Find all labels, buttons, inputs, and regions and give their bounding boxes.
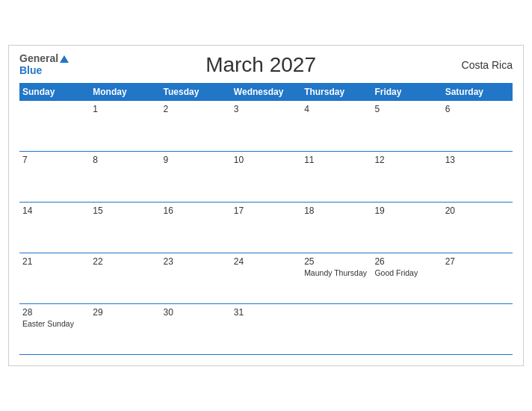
header-friday: Friday — [371, 83, 442, 101]
calendar-week-row: 78910111213 — [19, 152, 513, 203]
calendar-week-row: 2122232425Maundy Thursday26Good Friday27 — [19, 253, 513, 304]
day-number: 15 — [93, 206, 157, 216]
calendar-cell: 13 — [442, 152, 513, 203]
calendar-cell: 2 — [161, 101, 231, 152]
calendar-week-row: 28Easter Sunday293031 — [19, 304, 513, 355]
day-number: 4 — [304, 104, 368, 114]
calendar-cell: 25Maundy Thursday — [301, 253, 371, 304]
holiday-label: Good Friday — [374, 268, 439, 279]
day-number: 14 — [22, 206, 87, 216]
calendar-cell: 11 — [301, 152, 371, 203]
day-number: 5 — [374, 104, 439, 114]
day-number: 27 — [445, 256, 510, 267]
calendar-cell: 26Good Friday — [371, 253, 442, 304]
calendar-container: General Blue March 2027 Costa Rica Sunda… — [8, 45, 524, 367]
day-number: 6 — [445, 104, 510, 114]
calendar-cell: 22 — [90, 253, 160, 304]
day-number: 22 — [93, 256, 157, 267]
day-number: 26 — [374, 256, 439, 267]
calendar-country: Costa Rica — [453, 59, 513, 71]
calendar-cell: 29 — [90, 304, 160, 355]
calendar-cell: 28Easter Sunday — [19, 304, 90, 355]
holiday-label: Maundy Thursday — [304, 268, 368, 279]
calendar-cell: 9 — [161, 152, 231, 203]
day-number: 13 — [445, 155, 510, 165]
calendar-cell: 6 — [442, 101, 513, 152]
calendar-cell: 21 — [19, 253, 90, 304]
holiday-label: Easter Sunday — [22, 319, 87, 330]
calendar-cell: 24 — [231, 253, 301, 304]
day-number: 11 — [304, 155, 368, 165]
calendar-cell — [19, 101, 90, 152]
calendar-cell: 5 — [371, 101, 442, 152]
calendar-cell — [442, 304, 513, 355]
calendar-cell: 18 — [301, 203, 371, 253]
day-number: 2 — [164, 104, 228, 114]
calendar-cell: 12 — [371, 152, 442, 203]
day-number: 7 — [22, 155, 87, 165]
header-tuesday: Tuesday — [161, 83, 231, 101]
day-number: 17 — [234, 206, 298, 216]
day-number: 9 — [164, 155, 228, 165]
day-number: 21 — [22, 256, 87, 267]
calendar-cell: 7 — [19, 152, 90, 203]
calendar-cell: 8 — [90, 152, 160, 203]
calendar-cell: 10 — [231, 152, 301, 203]
weekday-header-row: Sunday Monday Tuesday Wednesday Thursday… — [19, 83, 513, 101]
header-saturday: Saturday — [442, 83, 513, 101]
header-monday: Monday — [90, 83, 160, 101]
day-number: 3 — [234, 104, 298, 114]
calendar-week-row: 123456 — [19, 101, 513, 152]
logo-triangle-icon — [60, 55, 69, 63]
calendar-body: 1234567891011121314151617181920212223242… — [19, 101, 513, 355]
calendar-cell: 1 — [90, 101, 160, 152]
calendar-cell: 4 — [301, 101, 371, 152]
day-number: 16 — [164, 206, 228, 216]
calendar-table: Sunday Monday Tuesday Wednesday Thursday… — [19, 83, 513, 356]
day-number: 30 — [164, 307, 228, 318]
calendar-cell: 3 — [231, 101, 301, 152]
header-thursday: Thursday — [301, 83, 371, 101]
logo-blue-text: Blue — [19, 65, 42, 76]
calendar-cell: 14 — [19, 203, 90, 253]
day-number: 12 — [374, 155, 439, 165]
calendar-cell: 20 — [442, 203, 513, 253]
calendar-cell: 15 — [90, 203, 160, 253]
calendar-cell: 23 — [161, 253, 231, 304]
calendar-title: March 2027 — [205, 53, 316, 77]
calendar-cell — [301, 304, 371, 355]
calendar-cell: 27 — [442, 253, 513, 304]
calendar-week-row: 14151617181920 — [19, 203, 513, 253]
day-number: 23 — [164, 256, 228, 267]
header-sunday: Sunday — [19, 83, 90, 101]
calendar-cell: 30 — [161, 304, 231, 355]
calendar-cell: 31 — [231, 304, 301, 355]
day-number: 24 — [234, 256, 298, 267]
logo: General Blue — [19, 53, 69, 76]
logo-general-text: General — [19, 53, 58, 64]
day-number: 1 — [93, 104, 157, 114]
day-number: 28 — [22, 307, 87, 318]
day-number: 10 — [234, 155, 298, 165]
day-number: 31 — [234, 307, 298, 318]
header-wednesday: Wednesday — [231, 83, 301, 101]
day-number: 25 — [304, 256, 368, 267]
day-number: 8 — [93, 155, 157, 165]
day-number: 18 — [304, 206, 368, 216]
day-number: 20 — [445, 206, 510, 216]
day-number: 19 — [374, 206, 439, 216]
day-number: 29 — [93, 307, 157, 318]
calendar-header: General Blue March 2027 Costa Rica — [19, 53, 513, 77]
calendar-cell: 19 — [371, 203, 442, 253]
calendar-cell: 17 — [231, 203, 301, 253]
calendar-cell: 16 — [161, 203, 231, 253]
calendar-cell — [371, 304, 442, 355]
